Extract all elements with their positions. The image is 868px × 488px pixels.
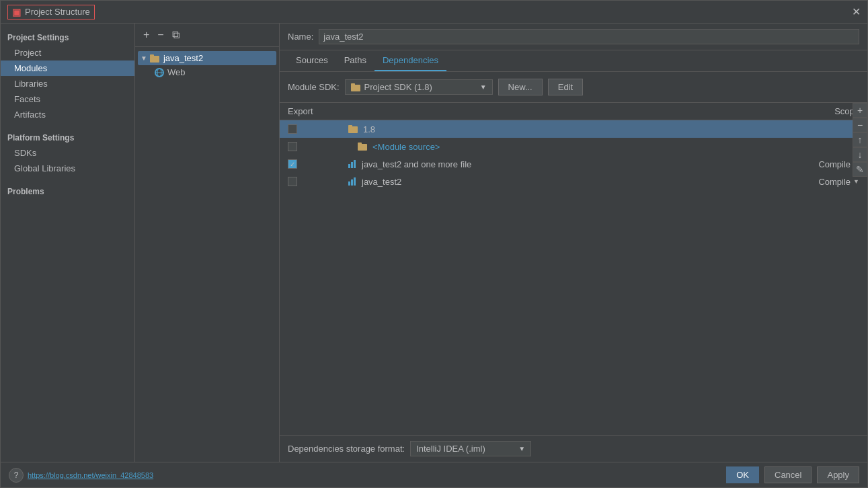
table-side-buttons: + − ↑ ↓ ✎ bbox=[853, 103, 867, 177]
new-sdk-button[interactable]: New... bbox=[498, 79, 543, 95]
sidebar-item-global-libraries[interactable]: Global Libraries bbox=[1, 161, 134, 176]
remove-dep-button[interactable]: − bbox=[853, 118, 867, 132]
name-input[interactable] bbox=[319, 29, 859, 44]
svg-rect-6 bbox=[351, 83, 355, 85]
apply-button[interactable]: Apply bbox=[817, 466, 859, 483]
cancel-button[interactable]: Cancel bbox=[764, 466, 812, 483]
sdk-dropdown[interactable]: Project SDK (1.8) ▼ bbox=[345, 79, 493, 95]
copy-module-button[interactable]: ⧉ bbox=[169, 28, 182, 42]
tree-arrow-icon: ▼ bbox=[141, 54, 147, 62]
scope-cell[interactable]: Compile ▼ bbox=[792, 177, 859, 187]
tab-paths[interactable]: Paths bbox=[336, 50, 374, 71]
sidebar: Project Settings Project Modules Librari… bbox=[1, 24, 135, 462]
project-settings-label: Project Settings bbox=[1, 29, 134, 45]
svg-rect-5 bbox=[351, 85, 360, 91]
table-row[interactable]: <Module source> bbox=[280, 138, 867, 155]
tree-toolbar: + − ⧉ bbox=[135, 24, 279, 47]
export-checkbox[interactable] bbox=[288, 124, 297, 134]
sdk-dropdown-arrow-icon: ▼ bbox=[480, 83, 487, 91]
table-row[interactable]: java_test2 Compile ▼ bbox=[280, 173, 867, 190]
svg-rect-9 bbox=[358, 144, 367, 151]
edit-dep-button[interactable]: ✎ bbox=[853, 162, 867, 177]
dep-name: <Module source> bbox=[372, 142, 440, 152]
ok-button[interactable]: OK bbox=[726, 466, 759, 483]
table-row[interactable]: ✓ java_test2 and one more file Compile bbox=[280, 155, 867, 173]
name-cell: java_test2 and one more file bbox=[342, 159, 792, 169]
svg-rect-0 bbox=[150, 56, 159, 63]
sdk-row: Module SDK: Project SDK (1.8) ▼ New... E… bbox=[280, 72, 867, 103]
dep-name: java_test2 bbox=[362, 177, 401, 187]
name-label: Name: bbox=[288, 32, 313, 42]
folder-icon bbox=[358, 142, 368, 151]
window-title: ▣ Project Structure bbox=[7, 5, 95, 19]
storage-label: Dependencies storage format: bbox=[288, 444, 405, 454]
sidebar-item-modules[interactable]: Modules bbox=[1, 60, 134, 76]
export-cell bbox=[288, 124, 342, 134]
storage-row: Dependencies storage format: IntelliJ ID… bbox=[280, 435, 867, 462]
right-panel: Name: Sources Paths Dependencies Module … bbox=[280, 24, 867, 462]
storage-dropdown[interactable]: IntelliJ IDEA (.iml) ▼ bbox=[410, 441, 531, 456]
deps-table-header: Export Scope bbox=[280, 103, 867, 120]
help-button[interactable]: ? bbox=[9, 468, 24, 483]
add-module-button[interactable]: + bbox=[141, 28, 152, 42]
sidebar-item-facets[interactable]: Facets bbox=[1, 91, 134, 107]
module-icon bbox=[348, 177, 358, 186]
add-dep-button[interactable]: + bbox=[853, 103, 867, 118]
svg-rect-1 bbox=[150, 54, 154, 56]
tree-item-web-label: Web bbox=[167, 67, 186, 77]
name-col-header bbox=[342, 108, 792, 115]
name-row: Name: bbox=[280, 24, 867, 50]
storage-dropdown-arrow-icon: ▼ bbox=[518, 445, 525, 452]
sidebar-item-artifacts[interactable]: Artifacts bbox=[1, 107, 134, 122]
table-row[interactable]: 1.8 bbox=[280, 120, 867, 138]
scope-dropdown-arrow-icon: ▼ bbox=[853, 178, 859, 185]
export-cell bbox=[288, 177, 342, 186]
footer: ? https://blog.csdn.net/weixin_42848583 … bbox=[1, 462, 867, 487]
title-text: Project Structure bbox=[25, 7, 90, 17]
sidebar-item-sdks[interactable]: SDKs bbox=[1, 145, 134, 161]
app-icon: ▣ bbox=[12, 7, 21, 17]
name-cell: <Module source> bbox=[342, 142, 792, 152]
title-bar: ▣ Project Structure ✕ bbox=[1, 1, 867, 24]
tab-dependencies[interactable]: Dependencies bbox=[374, 50, 446, 71]
scope-cell[interactable]: Compile ▼ bbox=[792, 159, 859, 169]
web-icon bbox=[154, 68, 165, 77]
tab-sources[interactable]: Sources bbox=[288, 50, 336, 71]
footer-link[interactable]: https://blog.csdn.net/weixin_42848583 bbox=[28, 471, 153, 479]
tree-item-java-test2[interactable]: ▼ java_test2 bbox=[138, 51, 276, 65]
export-cell bbox=[288, 142, 342, 151]
folder-icon bbox=[348, 124, 359, 134]
export-checkbox[interactable] bbox=[288, 142, 297, 151]
move-down-button[interactable]: ↓ bbox=[853, 147, 867, 162]
problems-label: Problems bbox=[1, 183, 134, 199]
scope-value: Compile bbox=[818, 177, 851, 187]
dep-name: java_test2 and one more file bbox=[362, 159, 471, 169]
tree-item-label: java_test2 bbox=[163, 53, 203, 63]
move-up-button[interactable]: ↑ bbox=[853, 132, 867, 147]
folder-icon bbox=[150, 54, 161, 63]
scope-value: Compile bbox=[818, 159, 851, 169]
platform-settings-label: Platform Settings bbox=[1, 129, 134, 145]
export-col-header: Export bbox=[288, 103, 342, 120]
sdk-value: Project SDK (1.8) bbox=[364, 82, 432, 92]
tabs-row: Sources Paths Dependencies bbox=[280, 50, 867, 72]
export-checkbox[interactable]: ✓ bbox=[288, 159, 297, 169]
main-content: Project Settings Project Modules Librari… bbox=[1, 24, 867, 462]
export-cell: ✓ bbox=[288, 159, 342, 169]
tree-item-web[interactable]: Web bbox=[138, 65, 276, 79]
close-button[interactable]: ✕ bbox=[852, 5, 861, 18]
remove-module-button[interactable]: − bbox=[155, 28, 166, 42]
sidebar-item-libraries[interactable]: Libraries bbox=[1, 76, 134, 91]
scope-col-header: Scope bbox=[792, 103, 859, 120]
edit-sdk-button[interactable]: Edit bbox=[548, 79, 583, 95]
svg-rect-8 bbox=[348, 125, 352, 127]
name-cell: java_test2 bbox=[342, 177, 792, 187]
storage-value: IntelliJ IDEA (.iml) bbox=[416, 444, 485, 454]
module-icon bbox=[348, 160, 358, 168]
export-checkbox[interactable] bbox=[288, 177, 297, 186]
deps-table-body: 1.8 <Mod bbox=[280, 120, 867, 435]
deps-table-container: Export Scope + − ↑ ↓ ✎ bbox=[280, 103, 867, 462]
svg-rect-10 bbox=[358, 143, 362, 145]
dialog: ▣ Project Structure ✕ Project Settings P… bbox=[0, 0, 868, 488]
sidebar-item-project[interactable]: Project bbox=[1, 45, 134, 60]
